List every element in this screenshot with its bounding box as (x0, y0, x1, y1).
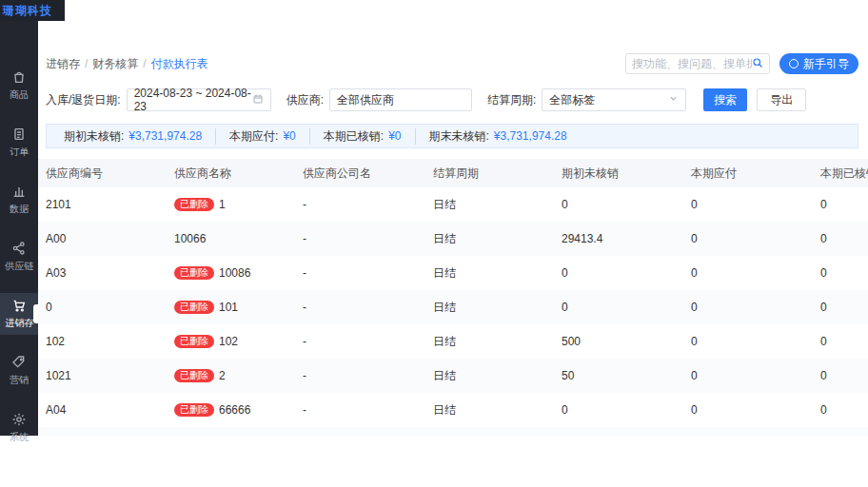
cell-supplier-code: 1021 (38, 359, 167, 393)
sidebar-item-products[interactable]: 商品 (0, 65, 38, 107)
main-content: 进销存/财务核算/付款执行表 新手引导 入库/退货日期: 2024-08-23 … (38, 0, 868, 436)
cell-payable: 0 (683, 324, 813, 359)
payment-table-wrap: 供应商编号 供应商名称 供应商公司名 结算周期 期初未核销 本期应付 本期已核销… (38, 159, 868, 436)
cell-cycle: 日结 (425, 222, 554, 256)
cell-supplier-name: 已删除101 (167, 290, 295, 324)
sidebar-item-inventory[interactable]: 进销存 (0, 293, 38, 335)
cell-supplier-code: 0 (38, 290, 167, 324)
cell-cycle: 日结 (425, 427, 554, 436)
global-search-input[interactable] (632, 57, 752, 70)
calendar-icon[interactable] (252, 93, 264, 107)
supplier-filter-label: 供应商: (286, 92, 324, 108)
cell-supplier-code: 1 (38, 427, 167, 436)
cell-settled: 0 (813, 222, 868, 256)
summary-opening-value: ¥3,731,974.28 (128, 129, 202, 143)
export-button[interactable]: 导出 (757, 88, 806, 111)
column-header-settled: 本期已核销 (813, 159, 868, 187)
breadcrumb-current: 付款执行表 (151, 57, 208, 70)
cell-cycle: 日结 (425, 324, 554, 359)
cell-payable: 0 (683, 290, 813, 324)
sidebar-item-label: 系统 (10, 431, 29, 444)
date-filter-label: 入库/退货日期: (46, 92, 121, 108)
summary-opening: 期初未核销: ¥3,731,974.28 (50, 128, 215, 145)
cycle-select[interactable]: 全部标签 (542, 88, 686, 111)
cell-cycle: 日结 (425, 187, 554, 222)
sidebar-item-label: 进销存 (5, 317, 33, 330)
cell-opening: 500 (554, 324, 683, 359)
cell-supplier-code: 2101 (38, 187, 167, 222)
sidebar-item-supply-chain[interactable]: 供应链 (0, 236, 38, 278)
sidebar-item-system[interactable]: 系统 (0, 407, 38, 449)
cell-company: - (295, 427, 425, 436)
supplier-name: 1 (219, 198, 226, 211)
logo: 珊瑚科技 (0, 0, 65, 21)
supply-chain-icon (11, 241, 27, 256)
sidebar-item-label: 商品 (10, 88, 29, 102)
breadcrumb: 进销存/财务核算/付款执行表 (46, 56, 208, 72)
table-row: A00 10066 - 日结 29413.4 0 0 (38, 222, 868, 256)
cycle-filter-label: 结算周期: (487, 92, 536, 108)
cell-cycle: 日结 (425, 359, 554, 393)
global-search-box (625, 53, 770, 74)
supplier-name: 10066 (174, 232, 206, 245)
summary-settled: 本期已核销: ¥0 (309, 128, 415, 145)
guide-icon (789, 59, 799, 68)
sidebar-item-label: 营销 (10, 374, 29, 387)
breadcrumb-item[interactable]: 财务核算 (92, 57, 138, 70)
cell-company: - (295, 359, 425, 393)
sidebar-item-data[interactable]: 数据 (0, 179, 38, 221)
page-header: 进销存/财务核算/付款执行表 新手引导 (46, 53, 858, 74)
cell-supplier-name: 10066 (167, 222, 295, 256)
summary-settled-label: 本期已核销: (324, 128, 384, 145)
supplier-name: 10086 (219, 266, 250, 280)
cell-payable: 0 (683, 187, 813, 222)
cell-opening: 29413.4 (554, 222, 683, 256)
supplier-name: 101 (219, 301, 238, 314)
cell-settled: 0 (813, 359, 868, 393)
cell-payable: 0 (683, 222, 813, 256)
deleted-badge: 已删除 (174, 369, 214, 382)
cell-supplier-code: A00 (38, 222, 167, 256)
cell-supplier-code: A04 (38, 393, 167, 427)
cell-company: - (295, 222, 425, 256)
cell-opening: 0 (554, 256, 683, 290)
supplier-name: 2 (219, 369, 226, 382)
summary-payable-value: ¥0 (283, 129, 295, 143)
cell-opening: 50 (554, 359, 683, 393)
app-window: 珊瑚科技 商品 订单 数据 供应链 进销存 营销 系统 (0, 0, 868, 487)
table-row: 0 已删除101 - 日结 0 0 0 (38, 290, 868, 324)
cycle-select-value: 全部标签 (549, 92, 595, 108)
logo-text: 珊瑚科技 (3, 3, 52, 19)
cell-supplier-name: 已删除10086 (167, 256, 295, 290)
column-header-company: 供应商公司名 (295, 159, 425, 187)
inventory-cart-icon (11, 298, 27, 313)
table-row: 1 (弃用)00001 - 日结 0 0 0 (38, 427, 868, 436)
breadcrumb-separator: / (143, 57, 146, 70)
deleted-badge: 已删除 (174, 335, 214, 348)
cell-settled: 0 (813, 256, 868, 290)
date-range-input[interactable]: 2024-08-23 ~ 2024-08-23 (127, 88, 271, 111)
cell-opening: 0 (554, 187, 683, 222)
column-header-opening: 期初未核销 (554, 159, 683, 187)
cell-opening: 0 (554, 427, 683, 436)
sidebar-item-marketing[interactable]: 营销 (0, 350, 38, 392)
cell-supplier-name: 已删除1 (167, 187, 295, 222)
search-icon[interactable] (752, 57, 763, 71)
guide-button[interactable]: 新手引导 (779, 53, 858, 74)
sidebar: 商品 订单 数据 供应链 进销存 营销 系统 (0, 0, 38, 436)
breadcrumb-item[interactable]: 进销存 (46, 57, 80, 70)
cell-payable: 0 (683, 359, 813, 393)
cell-supplier-name: 已删除102 (167, 324, 295, 359)
table-row: A03 已删除10086 - 日结 0 0 0 (38, 256, 868, 290)
column-header-name: 供应商名称 (167, 159, 295, 187)
filter-bar: 入库/退货日期: 2024-08-23 ~ 2024-08-23 供应商: 全部… (46, 88, 858, 111)
cell-opening: 0 (554, 393, 683, 427)
summary-payable-label: 本期应付: (229, 128, 278, 145)
summary-opening-label: 期初未核销: (64, 128, 124, 145)
table-row: 102 已删除102 - 日结 500 0 0 (38, 324, 868, 359)
sidebar-item-orders[interactable]: 订单 (0, 122, 38, 164)
search-button[interactable]: 搜索 (703, 88, 747, 111)
deleted-badge: 已删除 (174, 301, 214, 314)
cell-company: - (295, 187, 425, 222)
supplier-input[interactable]: 全部供应商 (329, 88, 472, 111)
